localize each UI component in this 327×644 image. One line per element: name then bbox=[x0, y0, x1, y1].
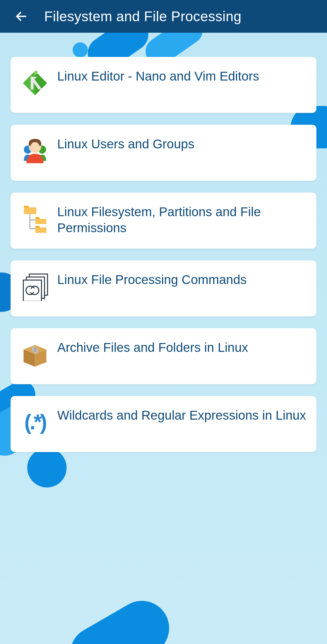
list-item-processing[interactable]: Linux File Processing Commands bbox=[11, 260, 316, 316]
list-item-filesystem[interactable]: Linux Filesystem, Partitions and File Pe… bbox=[11, 193, 316, 249]
archive-icon bbox=[20, 339, 50, 369]
bg-decoration bbox=[27, 448, 67, 487]
list-item-archive[interactable]: Archive Files and Folders in Linux bbox=[11, 328, 316, 384]
list-item-label: Linux Filesystem, Partitions and File Pe… bbox=[57, 203, 307, 236]
file-processing-icon bbox=[20, 271, 50, 302]
back-arrow-icon bbox=[15, 10, 28, 23]
list-item-users[interactable]: Linux Users and Groups bbox=[11, 125, 316, 181]
list-item-label: Linux Users and Groups bbox=[57, 136, 194, 152]
list-item-label: Archive Files and Folders in Linux bbox=[57, 339, 248, 356]
back-button[interactable] bbox=[12, 7, 30, 25]
editor-icon bbox=[20, 68, 50, 98]
bg-decoration bbox=[60, 591, 179, 644]
page-title: Filesystem and File Processing bbox=[44, 8, 242, 25]
list-item-regex[interactable]: (.*) Wildcards and Regular Expressions i… bbox=[11, 396, 316, 452]
list-item-label: Wildcards and Regular Expressions in Lin… bbox=[57, 407, 306, 424]
list-item-editor[interactable]: Linux Editor - Nano and Vim Editors bbox=[11, 57, 316, 113]
content-list: Linux Editor - Nano and Vim Editors Linu… bbox=[0, 33, 327, 452]
users-icon bbox=[20, 136, 50, 166]
list-item-label: Linux File Processing Commands bbox=[57, 271, 247, 288]
app-header: Filesystem and File Processing bbox=[0, 0, 327, 33]
regex-icon: (.*) bbox=[20, 407, 50, 437]
filesystem-icon bbox=[20, 203, 50, 234]
list-item-label: Linux Editor - Nano and Vim Editors bbox=[57, 68, 259, 84]
